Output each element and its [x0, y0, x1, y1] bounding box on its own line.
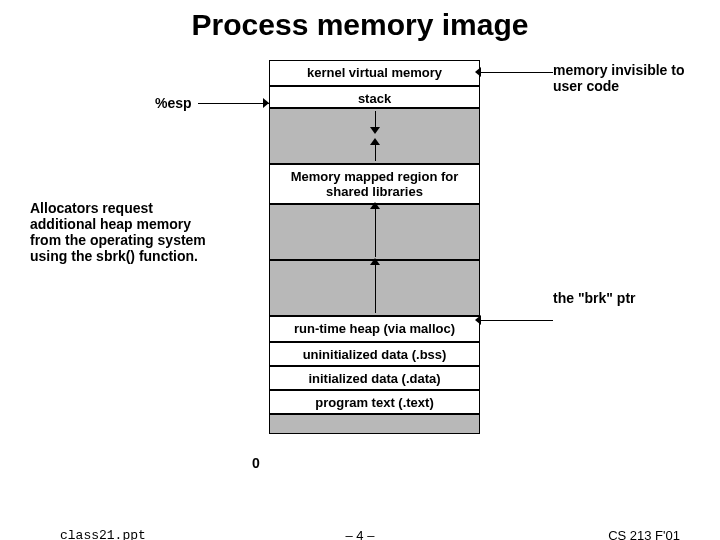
pointer-line-invisible	[480, 72, 553, 73]
annotation-allocators: Allocators request additional heap memor…	[30, 200, 210, 264]
annotation-invisible: memory invisible to user code	[553, 62, 713, 94]
arrow-down-line	[375, 111, 376, 127]
arrow-up2-line	[375, 209, 376, 257]
arrow-up1-head	[370, 138, 380, 145]
arrow-up2-head	[370, 202, 380, 209]
arrow-up3-head	[370, 258, 380, 265]
region-stack: stack	[269, 86, 480, 108]
region-heap: run-time heap (via malloc)	[269, 316, 480, 342]
pointer-line-esp	[198, 103, 269, 104]
region-bss: uninitialized data (.bss)	[269, 342, 480, 366]
region-text: program text (.text)	[269, 390, 480, 414]
region-bottom	[269, 414, 480, 434]
region-gap-2	[269, 204, 480, 260]
region-data: initialized data (.data)	[269, 366, 480, 390]
annotation-zero: 0	[252, 455, 260, 471]
annotation-esp: %esp	[155, 95, 192, 111]
region-gap-1	[269, 108, 480, 164]
region-gap-3	[269, 260, 480, 316]
arrow-up1-line	[375, 145, 376, 161]
arrow-up3-line	[375, 265, 376, 313]
region-kernel: kernel virtual memory	[269, 60, 480, 86]
page-title: Process memory image	[0, 8, 720, 42]
region-mmap: Memory mapped region for shared librarie…	[269, 164, 480, 204]
arrow-down-head	[370, 127, 380, 134]
pointer-line-brk	[480, 320, 553, 321]
memory-diagram: kernel virtual memory stack Memory mappe…	[269, 60, 480, 434]
annotation-brk: the "brk" ptr	[553, 290, 636, 306]
footer-course: CS 213 F'01	[608, 528, 680, 540]
